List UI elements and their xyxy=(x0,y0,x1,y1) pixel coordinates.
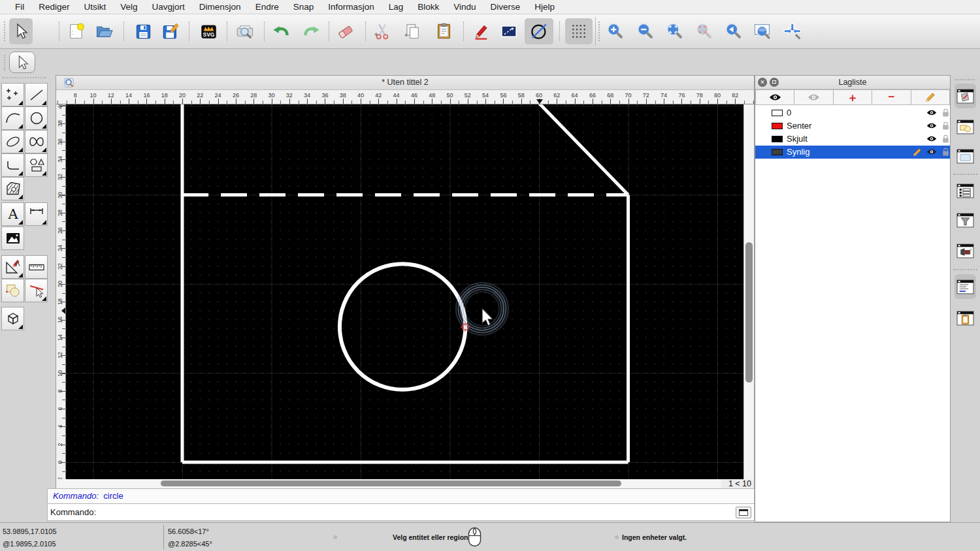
horizontal-scrollbar-thumb[interactable] xyxy=(161,480,621,486)
command-line-panel-button[interactable] xyxy=(955,274,976,299)
image-tool-button[interactable] xyxy=(1,227,24,250)
zoom-in-button[interactable] xyxy=(603,18,627,44)
menu-item-hjelp[interactable]: Hjelp xyxy=(527,2,562,12)
command-input[interactable]: Kommando: xyxy=(47,503,755,521)
menu-item-utsikt[interactable]: Utsikt xyxy=(77,2,114,12)
ellipses-tool-button[interactable] xyxy=(1,130,24,153)
auto-zoom-button[interactable] xyxy=(662,18,686,44)
points-tool-button[interactable] xyxy=(1,83,24,106)
open-file-button[interactable] xyxy=(92,18,116,44)
layer-color-swatch[interactable] xyxy=(772,123,783,129)
horizontal-scrollbar[interactable] xyxy=(56,479,721,488)
hatch-tool-button[interactable] xyxy=(1,177,24,200)
remove-layer-button[interactable]: − xyxy=(872,89,911,105)
eye-icon[interactable] xyxy=(926,135,937,142)
previous-view-button[interactable] xyxy=(721,18,745,44)
select-deselect-tool-button[interactable] xyxy=(25,279,48,302)
copy-button[interactable] xyxy=(400,18,424,44)
view-list-panel-button[interactable] xyxy=(955,238,976,263)
redo-button[interactable] xyxy=(300,18,323,44)
menu-item-uavgjort[interactable]: Uavgjort xyxy=(145,2,192,12)
pan-button[interactable] xyxy=(781,18,804,44)
toolbar-handle[interactable] xyxy=(598,22,600,41)
select-tool-button[interactable] xyxy=(9,18,33,44)
layer-color-swatch[interactable] xyxy=(772,110,783,116)
splines-tool-button[interactable] xyxy=(25,130,48,153)
draw-pencil-button[interactable] xyxy=(470,18,493,44)
block-list-panel-button[interactable] xyxy=(955,114,976,139)
layer-row-skjult[interactable]: Skjult xyxy=(755,133,950,146)
selection-rectangle-button[interactable] xyxy=(497,18,521,44)
menu-item-diverse[interactable]: Diverse xyxy=(483,2,528,12)
toolbar-handle[interactable] xyxy=(4,22,5,41)
eye-icon[interactable] xyxy=(926,109,937,116)
layer-color-swatch[interactable] xyxy=(772,136,783,142)
block-3d-tool-button[interactable] xyxy=(1,307,24,330)
modify-tool-button[interactable] xyxy=(1,255,24,279)
circles-tool-button[interactable] xyxy=(25,106,48,130)
lock-icon[interactable] xyxy=(942,148,949,157)
cut-button[interactable] xyxy=(370,18,394,44)
layer-color-swatch[interactable] xyxy=(772,149,783,155)
eye-icon[interactable] xyxy=(926,148,937,155)
property-editor-panel-button[interactable] xyxy=(955,84,976,108)
layer-list-panel-button[interactable] xyxy=(955,178,976,203)
zoom-window-button[interactable] xyxy=(751,18,774,44)
layer-panel-header[interactable]: ✕ Lagliste xyxy=(755,76,950,89)
polylines-tool-button[interactable] xyxy=(1,153,24,177)
menu-item-lag[interactable]: Lag xyxy=(382,2,411,12)
command-options-button[interactable] xyxy=(736,507,751,518)
menu-item-vindu[interactable]: Vindu xyxy=(446,2,483,12)
menu-item-blokk[interactable]: Blokk xyxy=(410,2,446,12)
text-tool-button[interactable]: A xyxy=(1,202,24,226)
arcs-tool-button[interactable] xyxy=(1,106,24,130)
lines-tool-button[interactable] xyxy=(25,83,48,106)
lock-icon[interactable] xyxy=(942,108,949,118)
svg-export-button[interactable]: SVG xyxy=(197,18,220,44)
eye-icon[interactable] xyxy=(926,122,937,129)
shapes-tool-button[interactable] xyxy=(25,153,48,177)
lock-icon[interactable] xyxy=(942,121,949,131)
paste-button[interactable] xyxy=(432,18,455,44)
drawing-canvas[interactable] xyxy=(66,104,743,479)
drawing-window-titlebar[interactable]: * Uten tittel 2 xyxy=(56,76,754,90)
circle-line-tool-button[interactable] xyxy=(525,18,553,44)
print-preview-button[interactable] xyxy=(233,18,257,44)
zoom-selection-button[interactable] xyxy=(692,18,715,44)
show-all-layers-button[interactable] xyxy=(755,89,794,105)
new-file-button[interactable] xyxy=(65,18,88,44)
menu-item-endre[interactable]: Endre xyxy=(248,2,286,12)
layer-row-senter[interactable]: Senter xyxy=(755,119,950,133)
grid-toggle-button[interactable] xyxy=(565,18,593,44)
layer-row-synlig[interactable]: Synlig xyxy=(755,146,950,159)
dock-handle[interactable] xyxy=(955,79,975,80)
clipboard-panel-button[interactable] xyxy=(955,306,976,330)
menu-item-snap[interactable]: Snap xyxy=(286,2,321,12)
measure-tool-button[interactable] xyxy=(25,255,48,279)
save-as-button[interactable] xyxy=(159,18,182,44)
undo-button[interactable] xyxy=(269,18,292,44)
zoom-out-button[interactable] xyxy=(633,18,657,44)
edit-layer-button[interactable] xyxy=(911,89,950,105)
hide-all-layers-button[interactable] xyxy=(794,89,833,105)
menu-item-rediger[interactable]: Rediger xyxy=(31,2,76,12)
vertical-scrollbar-thumb[interactable] xyxy=(745,242,753,383)
menu-item-velg[interactable]: Velg xyxy=(113,2,144,12)
library-browser-panel-button[interactable] xyxy=(955,144,976,168)
layer-row-0[interactable]: 0 xyxy=(755,106,950,119)
selection-filter-panel-button[interactable] xyxy=(955,208,976,232)
save-button[interactable] xyxy=(131,18,155,44)
palette-handle[interactable] xyxy=(4,55,5,71)
menu-item-dimensjon[interactable]: Dimensjon xyxy=(192,2,248,12)
menu-item-fil[interactable]: Fil xyxy=(8,2,31,12)
palette-handle[interactable] xyxy=(2,77,46,78)
floppy-pencil-icon xyxy=(162,23,180,40)
delete-button[interactable] xyxy=(334,18,357,44)
dimension-tool-button[interactable] xyxy=(25,202,48,226)
add-layer-button[interactable]: ＋ xyxy=(834,89,872,105)
trim-tool-button[interactable] xyxy=(1,279,24,302)
lock-icon[interactable] xyxy=(942,134,949,144)
menu-item-informasjon[interactable]: Informasjon xyxy=(321,2,382,12)
select-tool-button-2[interactable] xyxy=(9,52,35,73)
vertical-scrollbar[interactable] xyxy=(743,104,754,479)
